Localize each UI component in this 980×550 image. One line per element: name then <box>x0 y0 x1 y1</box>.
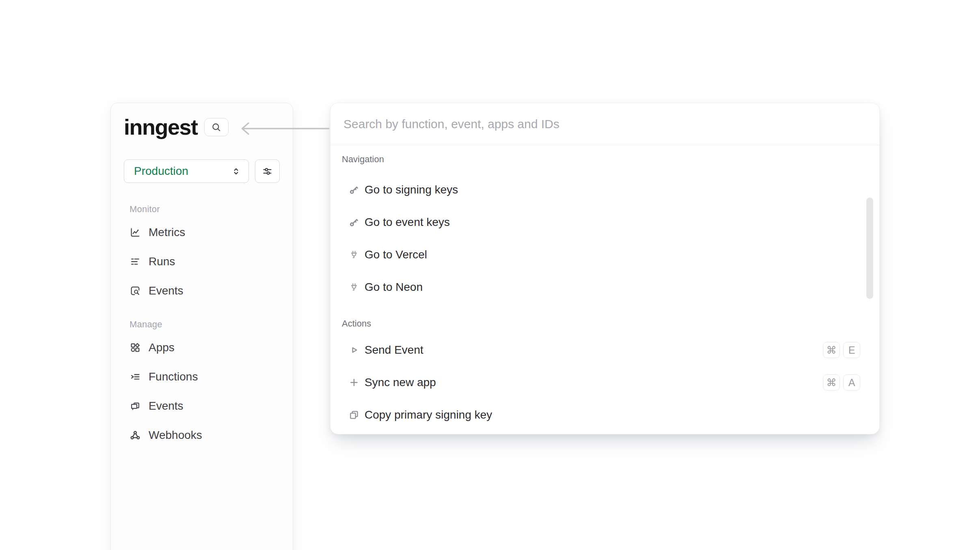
sidebar-item-label: Runs <box>149 255 175 268</box>
apps-icon <box>130 342 141 353</box>
sidebar-item-runs[interactable]: Runs <box>130 250 280 273</box>
sidebar-item-label: Webhooks <box>149 429 202 442</box>
palette-scrollbar-thumb[interactable] <box>866 198 873 299</box>
play-icon <box>348 344 360 356</box>
environment-row: Production <box>124 159 280 183</box>
sidebar-item-label: Events <box>149 400 183 412</box>
environment-filter-button[interactable] <box>255 159 280 183</box>
palette-item-go-to-neon[interactable]: Go to Neon <box>330 271 879 303</box>
sidebar-manage-list: Apps Functions Events <box>124 336 280 447</box>
command-palette: Navigation Go to signing keys <box>330 103 880 434</box>
sidebar-section-monitor-label: Monitor <box>130 204 280 215</box>
environment-selector-value: Production <box>134 165 188 178</box>
inngest-logo: inngest <box>124 115 198 139</box>
chevron-up-down-icon <box>231 166 241 176</box>
palette-item-label: Go to event keys <box>365 216 450 229</box>
palette-group-navigation-label: Navigation <box>342 154 879 165</box>
sidebar-item-label: Apps <box>149 341 175 354</box>
functions-icon <box>130 371 141 382</box>
palette-item-copy-primary-signing-key[interactable]: Copy primary signing key <box>330 399 879 431</box>
keycap-a: A <box>843 374 860 391</box>
search-button[interactable] <box>204 118 229 136</box>
palette-item-go-to-vercel[interactable]: Go to Vercel <box>330 238 879 271</box>
key-icon <box>348 184 360 196</box>
keycap-e: E <box>843 342 860 358</box>
metrics-icon <box>130 227 141 238</box>
palette-group-navigation: Go to signing keys Go to event keys <box>330 174 879 303</box>
keycap-cmd: ⌘ <box>823 374 840 391</box>
palette-item-label: Send Event <box>365 344 423 357</box>
palette-item-go-to-signing-keys[interactable]: Go to signing keys <box>330 174 879 206</box>
keycap-cmd: ⌘ <box>823 342 840 358</box>
plug-icon <box>348 249 360 260</box>
sidebar-monitor-list: Metrics Runs Events <box>124 221 280 302</box>
webhooks-icon <box>130 430 141 441</box>
sidebar-item-apps[interactable]: Apps <box>130 336 280 359</box>
palette-item-label: Copy primary signing key <box>365 408 492 421</box>
sliders-icon <box>262 166 273 177</box>
search-icon <box>211 122 222 133</box>
sidebar: inngest Production <box>110 103 293 550</box>
environment-selector[interactable]: Production <box>124 159 249 183</box>
palette-item-go-to-event-keys[interactable]: Go to event keys <box>330 206 879 238</box>
key-icon <box>348 217 360 228</box>
events-icon <box>130 400 141 412</box>
palette-search-bar <box>330 103 879 145</box>
sidebar-item-webhooks[interactable]: Webhooks <box>130 424 280 447</box>
palette-results: Navigation Go to signing keys <box>330 145 879 431</box>
runs-icon <box>130 256 141 267</box>
sidebar-item-events-monitor[interactable]: Events <box>130 279 280 302</box>
callout-arrow <box>237 120 330 137</box>
palette-item-sync-new-app[interactable]: Sync new app ⌘ A <box>330 366 879 399</box>
event-search-icon <box>130 285 141 296</box>
palette-item-send-event[interactable]: Send Event ⌘ E <box>330 334 879 366</box>
sidebar-item-label: Metrics <box>149 226 185 239</box>
sidebar-item-metrics[interactable]: Metrics <box>130 221 280 244</box>
palette-item-label: Go to Vercel <box>365 248 427 261</box>
sidebar-item-label: Events <box>149 284 183 297</box>
palette-item-label: Sync new app <box>365 376 436 389</box>
palette-item-label: Go to signing keys <box>365 183 458 196</box>
palette-search-input[interactable] <box>343 117 866 131</box>
sidebar-item-label: Functions <box>149 370 198 383</box>
palette-group-actions-label: Actions <box>342 318 879 329</box>
sidebar-section-manage-label: Manage <box>130 319 280 330</box>
copy-icon <box>348 409 360 421</box>
palette-group-actions: Send Event ⌘ E Sync new app ⌘ A <box>330 334 879 431</box>
palette-item-label: Go to Neon <box>365 281 423 294</box>
shortcut-send-event: ⌘ E <box>823 342 860 358</box>
sidebar-item-events-manage[interactable]: Events <box>130 395 280 417</box>
plug-icon <box>348 281 360 293</box>
shortcut-sync-new-app: ⌘ A <box>823 374 860 391</box>
plus-icon <box>348 377 360 388</box>
sidebar-item-functions[interactable]: Functions <box>130 365 280 388</box>
